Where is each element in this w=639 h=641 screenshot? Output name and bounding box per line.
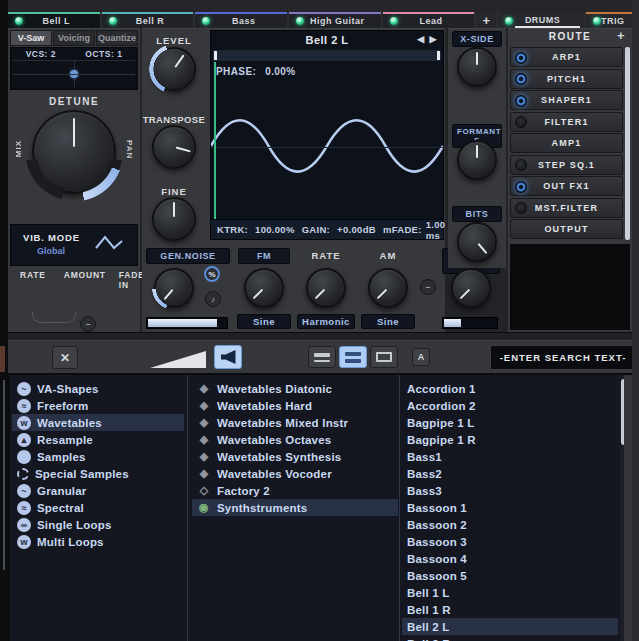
route-led-icon[interactable] [515, 159, 527, 171]
file-item[interactable]: Bagpipe 1 R [402, 431, 618, 448]
subcategory-item[interactable]: ◈ Wavetables Diatonic [192, 380, 398, 397]
route-led-icon[interactable] [515, 52, 527, 64]
route-led-icon[interactable] [515, 181, 527, 193]
tab-quantize[interactable]: Quantize [96, 30, 138, 46]
wsync-add-knob[interactable] [451, 268, 491, 308]
gen-noise-button[interactable]: GEN.NOISE [146, 248, 230, 264]
add-route-button[interactable]: + [617, 28, 626, 43]
file-item[interactable]: Bell 1 R [402, 601, 618, 618]
wavetable-display[interactable]: Bell 2 L ◀ ▶ PHASE: 0.00% [210, 30, 444, 240]
fm-knob[interactable] [244, 268, 284, 308]
subcategory-synthstruments[interactable]: ◉ Synthstruments [192, 499, 398, 516]
note-mode-button[interactable]: ♪ [205, 291, 221, 307]
file-item[interactable]: Accordion 1 [402, 380, 618, 397]
drums-tab[interactable]: DRUMS [498, 12, 584, 28]
am-knob[interactable] [368, 268, 408, 308]
formant-f-knob[interactable] [457, 140, 497, 180]
route-item-arp1[interactable]: ARP1 [510, 47, 623, 67]
subcategory-item[interactable]: ◈ Wavetables Mixed Instr [192, 414, 398, 431]
voice-xy-pad[interactable] [13, 60, 135, 87]
view-mode-list-button[interactable] [308, 346, 336, 368]
close-browser-button[interactable]: ✕ [52, 346, 78, 369]
wave-link-button[interactable]: ~ [420, 279, 436, 295]
bits-knob[interactable] [457, 222, 497, 262]
gen-noise-slider[interactable] [146, 317, 228, 329]
subcategory-item[interactable]: ◈ Wavetables Hard [192, 397, 398, 414]
level-knob[interactable] [152, 47, 196, 91]
wsync-add-slider[interactable] [442, 317, 498, 329]
category-spectral[interactable]: ≈ Spectral [12, 499, 184, 516]
subcategory-item[interactable]: ◈ Wavetables Octaves [192, 431, 398, 448]
file-item[interactable]: Bassoon 4 [402, 550, 618, 567]
wavetable-range-strip[interactable] [213, 50, 441, 61]
x-side-button[interactable]: X-SIDE [452, 31, 502, 47]
file-item-selected[interactable]: Bell 2 L [402, 618, 618, 635]
route-item-mst-filter[interactable]: MST.FILTER [510, 198, 623, 218]
file-item[interactable]: Bassoon 3 [402, 533, 618, 550]
category-wavetables[interactable]: w Wavetables [12, 414, 184, 431]
file-item[interactable]: Bassoon 1 [402, 499, 618, 516]
tab-v-saw[interactable]: V-Saw [10, 30, 52, 46]
next-wavetable-icon[interactable]: ▶ [430, 34, 437, 44]
mod-rate-knob[interactable] [306, 268, 346, 308]
file-item[interactable]: Bassoon 5 [402, 567, 618, 584]
ktrk-value[interactable]: 100.00% [255, 224, 295, 235]
file-item[interactable]: Bass2 [402, 465, 618, 482]
route-item-amp1[interactable]: AMP1 [510, 133, 623, 153]
channel-tab-high-guitar[interactable]: High Guitar [289, 12, 381, 28]
preview-volume-slider[interactable] [150, 351, 206, 368]
route-item-pitch1[interactable]: PITCH1 [510, 69, 623, 89]
subcategory-item[interactable]: ◈ Wavetables Vocoder [192, 465, 398, 482]
category-va-shapes[interactable]: ~ VA-Shapes [12, 380, 184, 397]
waveform-view[interactable]: PHASE: 0.00% [211, 62, 443, 219]
category-freeform[interactable]: ≈ Freeform [12, 397, 184, 414]
xy-pad-handle[interactable] [70, 70, 78, 78]
route-led-icon[interactable] [515, 202, 527, 214]
route-item-filter1[interactable]: FILTER1 [510, 112, 623, 132]
route-led-icon[interactable] [515, 73, 527, 85]
route-item-out-fx1[interactable]: OUT FX1 [510, 176, 623, 196]
detune-knob[interactable] [32, 110, 116, 194]
route-led-icon[interactable] [515, 116, 527, 128]
preview-speaker-button[interactable] [214, 345, 242, 369]
fm-source-value[interactable]: Sine [237, 314, 291, 329]
category-samples[interactable]: Samples [12, 448, 184, 465]
category-granular[interactable]: ~ Granular [12, 482, 184, 499]
vib-wave-link-button[interactable]: ~ [80, 316, 96, 332]
route-scrollbar[interactable] [625, 47, 630, 240]
vib-mode-box[interactable]: VIB. MODE Global [10, 224, 138, 266]
rate-mode-value[interactable]: Harmonic [297, 314, 355, 329]
gen-noise-knob[interactable] [154, 268, 194, 308]
prev-wavetable-icon[interactable]: ◀ [417, 34, 424, 44]
search-input[interactable]: -ENTER SEARCH TEXT- [490, 345, 636, 370]
route-item-shaper1[interactable]: SHAPER1 [510, 90, 623, 110]
fine-knob[interactable] [152, 197, 196, 241]
file-item[interactable]: Bell 1 L [402, 584, 618, 601]
file-item[interactable]: Bell 2 R [402, 635, 618, 641]
subcategory-factory-2[interactable]: ◇ Factory 2 [192, 482, 398, 499]
mfade-value[interactable]: 1.00 ms [426, 219, 446, 241]
channel-tab-lead[interactable]: Lead [383, 12, 475, 28]
add-channel-button[interactable]: + [476, 12, 496, 28]
route-led-icon[interactable] [515, 95, 527, 107]
file-item[interactable]: Bass3 [402, 482, 618, 499]
view-mode-columns-button[interactable] [339, 346, 367, 368]
alphabetical-sort-button[interactable]: A [412, 348, 430, 366]
route-item-step-sq1[interactable]: STEP SQ.1 [510, 155, 623, 175]
trig-tab[interactable]: TRIG [586, 12, 632, 28]
transpose-knob[interactable] [152, 125, 196, 169]
channel-tab-bell-r[interactable]: Bell R [102, 12, 194, 28]
category-special-samples[interactable]: Special Samples [12, 465, 184, 482]
subcategory-item[interactable]: ◈ Wavetables Synthesis [192, 448, 398, 465]
channel-tab-bell-l[interactable]: Bell L [8, 12, 100, 28]
file-item[interactable]: Accordion 2 [402, 397, 618, 414]
file-item[interactable]: Bass1 [402, 448, 618, 465]
category-single-loops[interactable]: ∞ Single Loops [12, 516, 184, 533]
file-item[interactable]: Bassoon 2 [402, 516, 618, 533]
category-multi-loops[interactable]: w Multi Loops [12, 533, 184, 550]
route-item-output[interactable]: OUTPUT [510, 219, 623, 239]
am-source-value[interactable]: Sine [361, 314, 415, 329]
tab-voicing[interactable]: Voicing [53, 30, 95, 46]
percent-mode-button[interactable]: % [204, 266, 220, 282]
category-resample[interactable]: ▲ Resample [12, 431, 184, 448]
